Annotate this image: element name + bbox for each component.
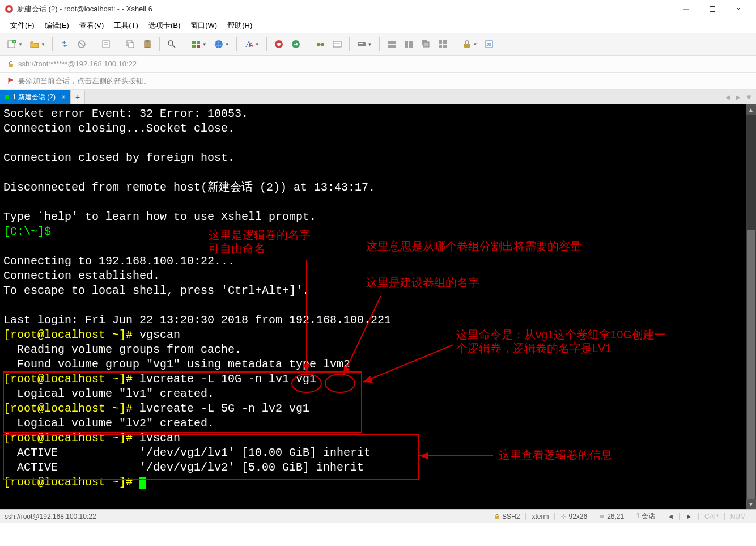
menu-tools[interactable]: 工具(T) (111, 19, 142, 32)
svg-text:A: A (249, 42, 253, 48)
app-icon (5, 5, 14, 14)
svg-rect-42 (388, 45, 396, 48)
new-session-button[interactable]: +▼ (5, 37, 25, 52)
hint-bar: 要添加当前会话，点击左侧的箭头按钮。 (0, 73, 756, 90)
svg-rect-46 (423, 42, 429, 47)
svg-point-30 (277, 43, 281, 46)
svg-rect-50 (443, 45, 447, 48)
status-protocol: SSH2 (489, 513, 525, 520)
svg-rect-33 (321, 43, 324, 46)
menubar: 文件(F) 编辑(E) 查看(V) 工具(T) 选项卡(B) 窗口(W) 帮助(… (0, 18, 756, 33)
lock-small-icon (494, 514, 500, 519)
lock-button[interactable]: ▼ (460, 37, 480, 52)
tile-v-button[interactable] (401, 37, 416, 52)
new-tab-button[interactable]: + (70, 90, 85, 104)
maximize-button[interactable] (699, 1, 725, 18)
tab-bar: 1 新建会话 (2) × + ◄ ► ▼ (0, 90, 756, 104)
svg-rect-17 (146, 40, 149, 42)
titlebar: 新建会话 (2) - root@localhost:~ - Xshell 6 (0, 0, 756, 18)
status-prev[interactable]: ◄ (661, 513, 679, 520)
svg-rect-35 (333, 41, 341, 47)
status-connection: ssh://root@192.168.100.10:22 (5, 513, 489, 520)
xftp-button[interactable] (288, 37, 303, 52)
globe-button[interactable]: ▼ (211, 37, 232, 52)
terminal-area[interactable]: Socket error Event: 32 Error: 10053. Con… (0, 104, 756, 509)
status-term: xterm (525, 513, 554, 520)
status-num: NUM (724, 513, 751, 520)
session-tab[interactable]: 1 新建会话 (2) × (0, 90, 70, 104)
xshell-button[interactable] (271, 37, 286, 52)
address-bar[interactable]: ssh://root:******@192.168.100.10:22 (0, 56, 756, 73)
highlight-button[interactable] (330, 37, 345, 52)
cascade-button[interactable] (418, 37, 433, 52)
scroll-thumb[interactable] (747, 230, 755, 499)
properties-button[interactable] (99, 37, 113, 52)
svg-rect-20 (192, 41, 196, 44)
svg-rect-39 (360, 43, 362, 44)
sessions-button[interactable]: ▼ (189, 37, 209, 52)
svg-rect-44 (409, 41, 413, 48)
close-button[interactable] (725, 1, 751, 18)
svg-point-18 (168, 41, 173, 45)
terminal-scrollbar[interactable]: ▲ ▼ (746, 104, 756, 509)
find-button[interactable] (164, 37, 179, 52)
tab-next-button[interactable]: ► (734, 93, 742, 101)
hint-text: 要添加当前会话，点击左侧的箭头按钮。 (18, 76, 151, 86)
status-cap: CAP (698, 513, 724, 520)
open-button[interactable]: ▼ (27, 37, 48, 52)
menu-view[interactable]: 查看(V) (76, 19, 107, 32)
script-button[interactable]: JS (482, 37, 496, 52)
svg-text:+: + (13, 40, 15, 43)
svg-rect-15 (129, 43, 134, 48)
font-button[interactable]: AA▼ (241, 37, 262, 52)
menu-tabs[interactable]: 选项卡(B) (145, 19, 184, 32)
scroll-down-button[interactable]: ▼ (746, 499, 756, 509)
status-size: 92x26 (554, 513, 593, 520)
menu-edit[interactable]: 编辑(E) (41, 19, 73, 32)
svg-rect-41 (388, 41, 396, 44)
size-icon (560, 514, 566, 519)
tunnel-button[interactable] (313, 37, 328, 52)
paste-button[interactable] (140, 37, 155, 52)
tab-nav: ◄ ► ▼ (720, 90, 756, 104)
tab-label: 1 新建会话 (2) (12, 92, 56, 102)
menu-help[interactable]: 帮助(H) (224, 19, 256, 32)
keyboard-button[interactable]: ▼ (354, 37, 375, 52)
svg-rect-37 (358, 42, 366, 46)
status-next[interactable]: ► (679, 513, 698, 520)
svg-rect-51 (464, 44, 470, 48)
status-cursor-pos: 26,21 (593, 513, 630, 520)
svg-rect-36 (334, 43, 340, 44)
reconnect-button[interactable] (57, 37, 72, 52)
svg-rect-43 (405, 41, 408, 48)
svg-rect-3 (710, 6, 715, 11)
tile-h-button[interactable] (384, 37, 399, 52)
svg-rect-67 (495, 516, 499, 519)
terminal-output: Socket error Event: 32 Error: 10053. Con… (0, 104, 756, 492)
window-title: 新建会话 (2) - root@localhost:~ - Xshell 6 (17, 4, 673, 14)
menu-file[interactable]: 文件(F) (7, 19, 38, 32)
svg-rect-32 (317, 43, 320, 46)
tab-prev-button[interactable]: ◄ (724, 93, 731, 101)
menu-window[interactable]: 窗口(W) (187, 19, 220, 32)
tile-grid-button[interactable] (435, 37, 450, 52)
svg-rect-54 (9, 64, 13, 67)
tab-close-button[interactable]: × (61, 92, 66, 101)
svg-rect-47 (439, 40, 442, 44)
svg-rect-22 (192, 45, 196, 48)
svg-rect-38 (359, 43, 360, 44)
lock-icon (7, 60, 15, 68)
disconnect-button[interactable] (74, 37, 89, 52)
toolbar: +▼ ▼ ▼ ▼ AA▼ ▼ ▼ JS (0, 33, 756, 56)
scroll-track[interactable] (746, 115, 756, 499)
address-text: ssh://root:******@192.168.100.10:22 (18, 60, 137, 68)
connection-indicator-icon (5, 95, 9, 99)
svg-rect-21 (197, 41, 200, 44)
svg-rect-49 (439, 45, 442, 48)
minimize-button[interactable] (673, 1, 699, 18)
status-bar: ssh://root@192.168.100.10:22 SSH2 xterm … (0, 509, 756, 523)
copy-button[interactable] (123, 37, 138, 52)
tab-list-button[interactable]: ▼ (745, 93, 753, 101)
scroll-up-button[interactable]: ▲ (746, 104, 756, 115)
svg-rect-40 (362, 43, 363, 44)
